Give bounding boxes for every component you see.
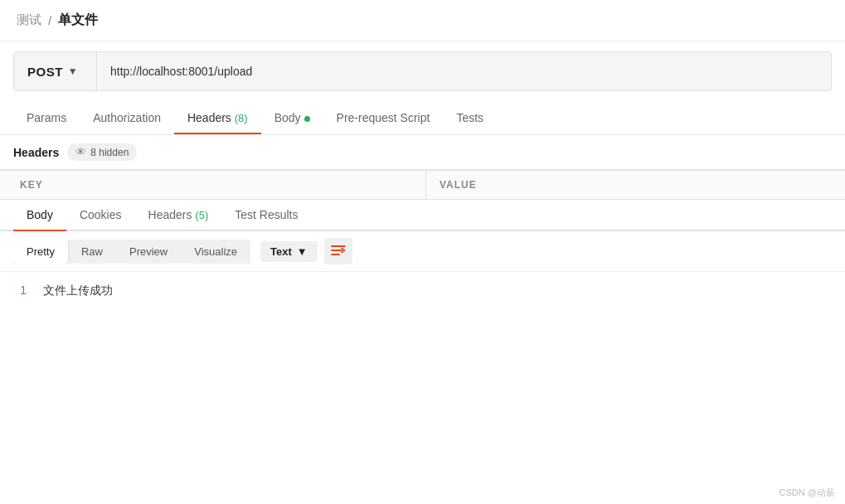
res-tab-body[interactable]: Body <box>13 200 66 230</box>
res-headers-badge: (5) <box>195 209 208 221</box>
headers-badge: (8) <box>235 112 248 124</box>
format-group: Pretty Raw Preview Visualize <box>13 240 250 264</box>
breadcrumb-test[interactable]: 测试 <box>17 12 41 28</box>
tab-params[interactable]: Params <box>13 101 80 134</box>
text-type-label: Text <box>270 245 292 258</box>
method-label: POST <box>27 65 63 79</box>
text-type-chevron: ▼ <box>297 245 308 258</box>
kv-key-col-header: KEY <box>0 171 426 199</box>
response-line-1: 1 文件上传成功 <box>13 284 832 298</box>
tab-body[interactable]: Body <box>261 101 323 134</box>
chevron-down-icon: ▼ <box>68 65 78 77</box>
format-preview-button[interactable]: Preview <box>116 240 181 264</box>
format-visualize-button[interactable]: Visualize <box>181 240 250 264</box>
eye-icon: 👁 <box>75 146 86 158</box>
res-tab-cookies[interactable]: Cookies <box>66 200 135 230</box>
kv-table-header: KEY VALUE <box>0 170 845 200</box>
url-input[interactable] <box>97 65 831 78</box>
response-body: 1 文件上传成功 <box>0 272 845 310</box>
kv-val-col-header: VALUE <box>426 171 845 199</box>
breadcrumb: 测试 / 单文件 <box>0 0 845 41</box>
tab-authorization[interactable]: Authorization <box>80 101 174 134</box>
res-tab-testresults[interactable]: Test Results <box>221 200 311 230</box>
hidden-count: 8 hidden <box>90 147 129 158</box>
url-bar: POST ▼ <box>13 51 832 91</box>
format-pretty-button[interactable]: Pretty <box>13 240 68 264</box>
headers-section: Headers 👁 8 hidden <box>0 135 845 170</box>
breadcrumb-separator: / <box>48 13 51 27</box>
body-dot <box>304 116 310 122</box>
wrap-button[interactable] <box>324 238 352 264</box>
method-selector[interactable]: POST ▼ <box>14 52 97 90</box>
res-tab-headers[interactable]: Headers (5) <box>135 200 222 230</box>
response-tabs: Body Cookies Headers (5) Test Results <box>0 200 845 231</box>
watermark: CSDN @动薪 <box>779 487 835 499</box>
breadcrumb-current: 单文件 <box>58 12 98 29</box>
request-tabs: Params Authorization Headers (8) Body Pr… <box>0 101 845 135</box>
hidden-badge[interactable]: 👁 8 hidden <box>67 143 137 161</box>
format-raw-button[interactable]: Raw <box>68 240 116 264</box>
line-number: 1 <box>13 284 27 297</box>
tab-headers[interactable]: Headers (8) <box>174 101 261 134</box>
text-type-selector[interactable]: Text ▼ <box>260 241 318 262</box>
headers-title: Headers <box>13 146 59 159</box>
line-content: 文件上传成功 <box>43 284 113 298</box>
tab-tests[interactable]: Tests <box>443 101 497 134</box>
wrap-icon <box>331 244 346 259</box>
format-toolbar: Pretty Raw Preview Visualize Text ▼ <box>0 231 845 272</box>
tab-prerequest[interactable]: Pre-request Script <box>323 101 444 134</box>
